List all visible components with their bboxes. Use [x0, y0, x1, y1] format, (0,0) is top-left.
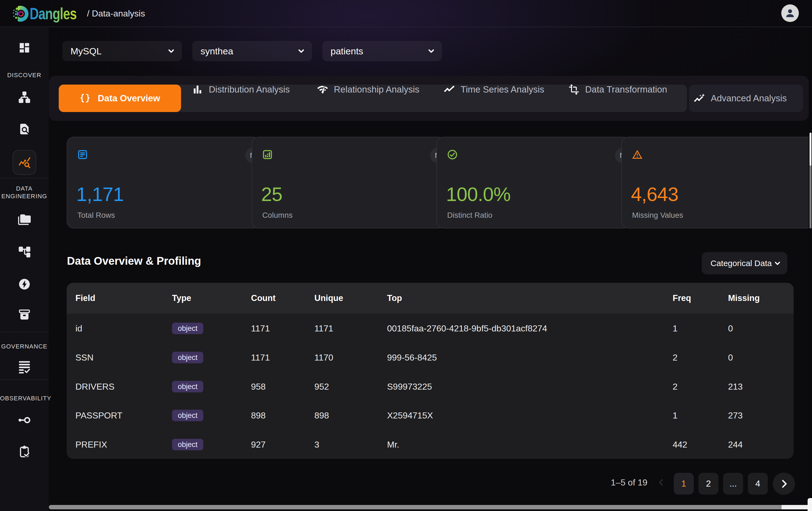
gauge-icon	[317, 84, 328, 95]
folders-icon	[18, 213, 31, 226]
cell-freq: 2	[673, 353, 677, 363]
sidebar-item-folders[interactable]	[0, 213, 49, 226]
stat-card-columns: M 25 Columns	[252, 137, 445, 228]
cell-freq: 2	[673, 382, 677, 392]
stat-value: 25	[261, 183, 282, 206]
cell-missing: 0	[728, 323, 733, 333]
tab-time-series-analysis[interactable]: Time Series Analysis	[443, 76, 544, 103]
stat-card-distinct-ratio: M 100.0% Distinct Ratio	[436, 137, 630, 228]
dangles-logo-icon	[12, 6, 29, 22]
sidebar-item-clipboard-check[interactable]	[0, 446, 49, 458]
stat-value: 100.0%	[446, 183, 511, 206]
sidebar-section-governance: GOVERNANCE	[0, 343, 49, 350]
pagination-page-1[interactable]: 1	[674, 473, 694, 494]
horizontal-scrollbar-thumb[interactable]	[49, 505, 782, 509]
sidebar-item-file-search[interactable]	[0, 123, 49, 135]
sidebar-item-archive[interactable]	[0, 308, 49, 321]
cell-top: 999-56-8425	[387, 353, 437, 363]
brand-logo[interactable]: Dangles	[12, 3, 90, 24]
pagination-page-2[interactable]: 2	[698, 473, 719, 494]
cell-field: DRIVERS	[76, 382, 114, 392]
col-header-missing[interactable]: Missing	[728, 293, 760, 303]
col-header-top[interactable]: Top	[387, 293, 402, 303]
cell-count: 1171	[251, 323, 270, 333]
data-type-select[interactable]: Categorical Data	[702, 252, 787, 274]
cell-unique: 952	[314, 382, 329, 392]
bar-chart-icon	[192, 84, 203, 95]
chevron-right-icon	[778, 478, 790, 490]
vertical-scrollbar-thumb[interactable]	[810, 133, 811, 166]
sidebar-item-zap[interactable]	[0, 278, 49, 291]
data-type-select-value: Categorical Data	[710, 259, 772, 268]
sparkline-icon	[694, 92, 705, 104]
section-title: Data Overview & Profiling	[67, 255, 201, 267]
col-header-field[interactable]: Field	[76, 293, 95, 303]
cell-field: PASSPORT	[76, 410, 122, 421]
table-select[interactable]: patients	[322, 41, 442, 61]
tab-advanced-analysis[interactable]: Advanced Analysis	[689, 85, 803, 112]
database-select[interactable]: synthea	[192, 41, 312, 61]
cell-freq: 1	[673, 323, 677, 333]
file-search-icon	[18, 123, 31, 135]
top-header: Dangles / Data-analysis	[0, 0, 812, 27]
sidebar: DISCOVER DATA ENGINEERING	[0, 27, 49, 511]
tab-label: Data Transformation	[585, 84, 667, 95]
sidebar-item-checklist[interactable]	[0, 361, 49, 373]
braces-icon	[80, 93, 90, 104]
stat-label: Missing Values	[632, 211, 683, 220]
tab-relationship-analysis[interactable]: Relationship Analysis	[317, 76, 419, 103]
vertical-scrollbar-segment[interactable]	[810, 166, 811, 228]
cell-top: 00185faa-2760-4218-9bf5-db301acf8274	[387, 323, 547, 333]
sidebar-divider	[0, 178, 49, 179]
tab-data-transformation[interactable]: Data Transformation	[568, 76, 667, 103]
person-icon	[784, 7, 796, 19]
cell-count: 1171	[251, 353, 270, 363]
stat-label: Total Rows	[77, 211, 115, 220]
col-header-unique[interactable]: Unique	[314, 293, 343, 303]
type-chip: object	[172, 439, 203, 450]
tab-label: Distribution Analysis	[209, 84, 290, 95]
stat-value: 1,171	[76, 183, 124, 206]
sidebar-item-data-analysis-active[interactable]	[12, 150, 36, 175]
type-chip: object	[172, 323, 203, 334]
warning-triangle-icon	[632, 149, 643, 160]
tab-data-overview[interactable]: Data Overview	[59, 85, 181, 112]
sidebar-section-discover: DISCOVER	[0, 72, 49, 79]
sidebar-section-observability: OBSERVABILITY	[0, 395, 49, 402]
chevron-down-icon	[167, 46, 176, 56]
type-chip: object	[172, 352, 203, 363]
check-circle-icon	[447, 149, 458, 160]
sidebar-item-dashboard[interactable]	[0, 42, 49, 54]
scrollbar-corner	[808, 498, 812, 511]
stat-card-total-rows: M 1,171 Total Rows	[67, 137, 260, 228]
power-icon	[19, 11, 23, 16]
stat-label: Distinct Ratio	[447, 211, 492, 220]
checklist-icon	[18, 361, 31, 373]
archive-icon	[18, 308, 31, 321]
cell-field: id	[76, 323, 82, 333]
cell-unique: 1170	[314, 353, 333, 363]
cell-missing: 213	[728, 382, 743, 392]
sidebar-item-org-chart[interactable]	[0, 91, 49, 104]
line-chart-icon	[443, 84, 455, 95]
query-stats-icon	[18, 156, 31, 169]
pagination-ellipsis[interactable]: ...	[723, 473, 743, 494]
chevron-down-icon	[773, 259, 782, 268]
tab-label: Advanced Analysis	[711, 93, 787, 104]
source-select[interactable]: MySQL	[62, 41, 182, 61]
pagination-page-4[interactable]: 4	[748, 473, 768, 494]
col-header-count[interactable]: Count	[251, 293, 276, 303]
sidebar-item-route[interactable]	[0, 414, 49, 426]
cell-field: SSN	[76, 353, 93, 363]
tab-distribution-analysis[interactable]: Distribution Analysis	[192, 76, 290, 103]
col-header-freq[interactable]: Freq	[673, 293, 691, 303]
cell-missing: 273	[728, 410, 743, 421]
pagination-prev-icon[interactable]	[656, 477, 667, 488]
sidebar-item-workflow[interactable]	[0, 245, 49, 258]
pagination-next-button[interactable]	[773, 473, 795, 495]
cell-freq: 1	[673, 410, 677, 421]
col-header-type[interactable]: Type	[172, 293, 191, 303]
workflow-icon	[18, 245, 31, 258]
user-avatar[interactable]	[781, 4, 799, 22]
cell-unique: 3	[314, 439, 319, 450]
